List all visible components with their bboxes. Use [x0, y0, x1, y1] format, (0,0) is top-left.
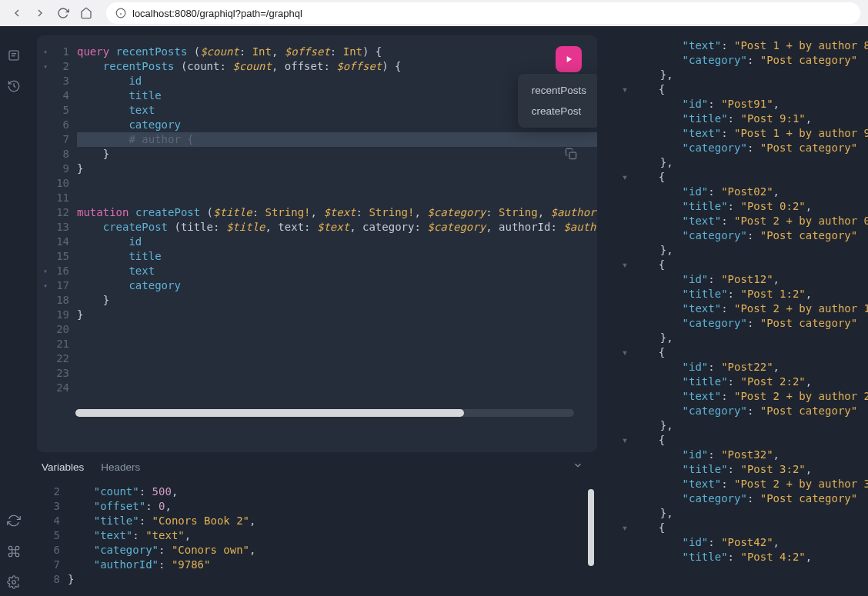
info-icon	[115, 8, 126, 18]
svg-rect-3	[9, 51, 18, 60]
tab-row: Variables Headers	[28, 452, 597, 481]
operation-menu: recentPosts createPost	[518, 74, 597, 128]
settings-icon[interactable]	[0, 568, 28, 596]
tab-headers[interactable]: Headers	[101, 461, 140, 473]
variables-editor[interactable]: 2345678 "count": 500, "offset": 0, "titl…	[28, 481, 597, 596]
browser-bar: localhost:8080/graphiql?path=/graphql	[0, 0, 868, 26]
query-editor[interactable]: 1▾2▾345678910111213141516▾17▾18192021222…	[37, 35, 597, 405]
history-icon[interactable]	[0, 72, 28, 100]
results-panel[interactable]: "text": "Post 1 + by author 8", "categor…	[597, 26, 868, 596]
forward-button[interactable]	[31, 4, 49, 22]
url-text: localhost:8080/graphiql?path=/graphql	[132, 8, 302, 19]
url-bar[interactable]: localhost:8080/graphiql?path=/graphql	[106, 2, 860, 24]
sidebar	[0, 26, 28, 596]
shortcuts-icon[interactable]	[0, 538, 28, 565]
svg-point-6	[12, 581, 16, 584]
code[interactable]: "count": 500, "offset": 0, "title": "Con…	[68, 484, 597, 587]
docs-icon[interactable]	[0, 42, 28, 69]
op-recentPosts[interactable]: recentPosts	[518, 80, 597, 101]
gutter: 1▾2▾345678910111213141516▾17▾18192021222…	[37, 45, 77, 395]
left-column: 1▾2▾345678910111213141516▾17▾18192021222…	[28, 26, 597, 596]
copy-button[interactable]	[560, 143, 582, 165]
collapse-icon[interactable]	[573, 460, 583, 474]
gutter: 2345678	[28, 484, 68, 587]
svg-rect-7	[569, 152, 576, 159]
execute-button[interactable]	[556, 46, 582, 72]
h-scrollbar[interactable]	[75, 409, 574, 417]
op-createPost[interactable]: createPost	[518, 101, 597, 122]
back-button[interactable]	[8, 4, 26, 22]
v-scrollbar[interactable]	[588, 489, 594, 566]
query-panel: 1▾2▾345678910111213141516▾17▾18192021222…	[37, 35, 597, 452]
bottom-panel: Variables Headers 2345678 "count": 500, …	[28, 452, 597, 596]
h-scrollbar-thumb[interactable]	[75, 409, 464, 417]
main: 1▾2▾345678910111213141516▾17▾18192021222…	[28, 26, 868, 596]
reload-button[interactable]	[54, 4, 72, 22]
tab-variables[interactable]: Variables	[42, 461, 84, 473]
graphiql-app: 1▾2▾345678910111213141516▾17▾18192021222…	[0, 26, 868, 596]
refetch-icon[interactable]	[0, 507, 28, 534]
home-button[interactable]	[77, 4, 95, 22]
